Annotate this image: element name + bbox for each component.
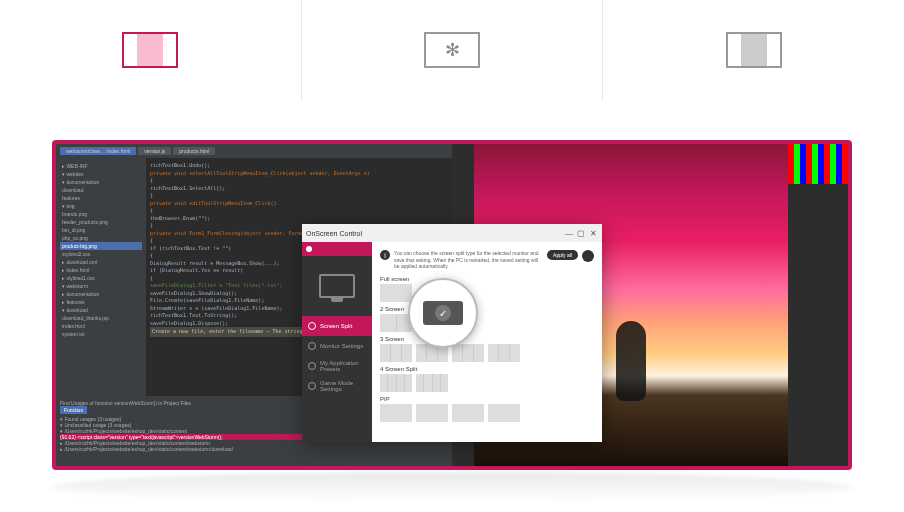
ide-tab-active[interactable]: webstorm/class .../index.html [60,147,136,155]
ide-tab[interactable]: version.js [138,147,171,155]
grid-icon [308,322,316,330]
ps-panels[interactable] [788,144,848,466]
layout-fullscreen[interactable] [380,284,412,302]
color-swatches[interactable] [788,144,848,184]
monitor-preview: webstorm/class .../index.html version.js… [0,100,904,512]
tree-item[interactable]: features [60,194,142,202]
monitor-preview-icon [302,256,372,316]
tree-item[interactable]: download [60,186,142,194]
onscreen-control-dialog: OnScreen Control — ▢ ✕ Screen Split Moni… [302,224,602,442]
minimize-icon[interactable]: — [564,228,574,238]
selected-layout-preview: ✓ [423,301,463,325]
layout-4screen-a[interactable] [380,374,412,392]
layout-3screen-c[interactable] [452,344,484,362]
tree-item[interactable]: ▾ img [60,202,142,210]
tree-item[interactable]: brands.png [60,210,142,218]
tree-item[interactable]: ▾ webdev [60,170,142,178]
layout-pip-b[interactable] [416,404,448,422]
tree-item[interactable]: ▸ features [60,298,142,306]
section-label: 3 Screen [380,336,594,342]
tree-item[interactable]: system.txt [60,330,142,338]
tree-item[interactable]: ▸ WEB-INF [60,162,142,170]
osc-main: i You can choose the screen split type f… [372,242,602,442]
osc-sidebar: Screen Split Monitor Settings My Applica… [302,242,372,442]
dialog-titlebar[interactable]: OnScreen Control — ▢ ✕ [302,224,602,242]
dialog-title: OnScreen Control [306,230,362,237]
info-icon: i [380,250,390,260]
monitor-reflection [52,472,852,502]
tree-item-selected[interactable]: product-big.png [60,242,142,250]
section-label: Full screen [380,276,594,282]
tree-item[interactable]: btn_dl.png [60,226,142,234]
section-label: PIP [380,396,594,402]
split-screen-icon-gray [726,32,782,68]
tree-item[interactable]: ▸ documentation [60,290,142,298]
section-label: 4 Screen Split [380,366,594,372]
apply-all-button[interactable]: Apply all [547,250,578,260]
tree-item[interactable]: stylized2.css [60,250,142,258]
top-tabs: ✻ [0,0,904,100]
game-icon [308,382,316,390]
gear-icon [308,342,316,350]
tab-split-pink[interactable] [0,0,302,100]
maximize-icon[interactable]: ▢ [576,228,586,238]
ultrawide-monitor: webstorm/class .../index.html version.js… [52,140,852,470]
menu-monitor-settings[interactable]: Monitor Settings [302,336,372,356]
layout-pip-a[interactable] [380,404,412,422]
tab-split-gray[interactable] [603,0,904,100]
menu-screen-split[interactable]: Screen Split [302,316,372,336]
split-screen-icon [122,32,178,68]
menu-game-mode[interactable]: Game Mode Settings [302,376,372,396]
tree-item[interactable]: ▸ stylized1.css [60,274,142,282]
layout-3screen-a[interactable] [380,344,412,362]
osc-brand [302,242,372,256]
tree-item[interactable]: ▾ download [60,306,142,314]
loading-icon: ✻ [424,32,480,68]
tree-item[interactable]: feeder_products.png [60,218,142,226]
tree-item[interactable]: ▸ download.xml [60,258,142,266]
tree-item[interactable]: download_thanks.jsp [60,314,142,322]
ide-tab[interactable]: products.html [173,147,215,155]
layout-pip-d[interactable] [488,404,520,422]
tree-item[interactable]: ▸ index.html [60,266,142,274]
tree-item[interactable]: ▾ webstorm [60,282,142,290]
apps-icon [308,362,316,370]
tree-item[interactable]: ▾ documentation [60,178,142,186]
help-button[interactable] [582,250,594,262]
monitor-icon [319,274,355,298]
tree-item[interactable]: index.html [60,322,142,330]
checkmark-icon: ✓ [435,305,451,321]
project-tree[interactable]: ▸ WEB-INF ▾ webdev ▾ documentation downl… [56,158,146,396]
close-icon[interactable]: ✕ [588,228,598,238]
magnifier-circle: ✓ [408,278,478,348]
tree-item[interactable]: php_sc.png [60,234,142,242]
info-text: You can choose the screen split type for… [394,250,543,270]
ide-tabs: webstorm/class .../index.html version.js… [56,144,452,158]
panel-tab[interactable]: Function [60,406,87,414]
tab-loading[interactable]: ✻ [302,0,604,100]
usage-result[interactable]: ▸ /Users/rozhk/Projects/website/eshop_de… [60,446,448,452]
layout-3screen-d[interactable] [488,344,520,362]
layout-pip-c[interactable] [452,404,484,422]
layout-4screen-b[interactable] [416,374,448,392]
menu-app-presets[interactable]: My Application Presets [302,356,372,376]
